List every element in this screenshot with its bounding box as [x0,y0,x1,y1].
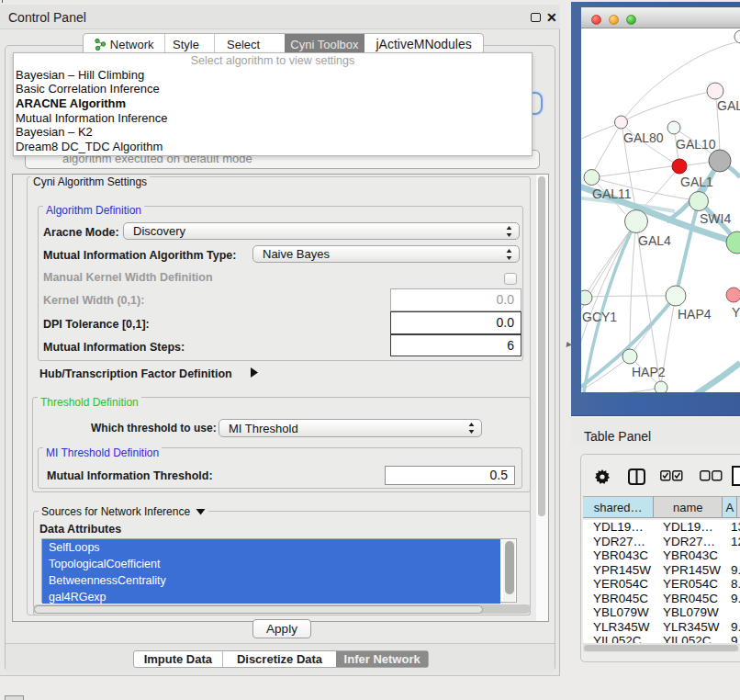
svg-text:HAP4: HAP4 [678,307,712,322]
svg-text:GCY1: GCY1 [582,310,617,324]
svg-text:SWI4: SWI4 [700,211,731,226]
svg-text:GAL4: GAL4 [638,233,671,248]
svg-text:GAL1: GAL1 [680,175,713,189]
svg-text:Y: Y [732,305,740,320]
svg-text:GAL10: GAL10 [676,137,716,152]
svg-text:GAL80: GAL80 [623,130,664,145]
svg-text:GAL11: GAL11 [592,186,632,201]
svg-text:GAL: GAL [717,98,740,113]
svg-text:HAP2: HAP2 [632,365,666,379]
